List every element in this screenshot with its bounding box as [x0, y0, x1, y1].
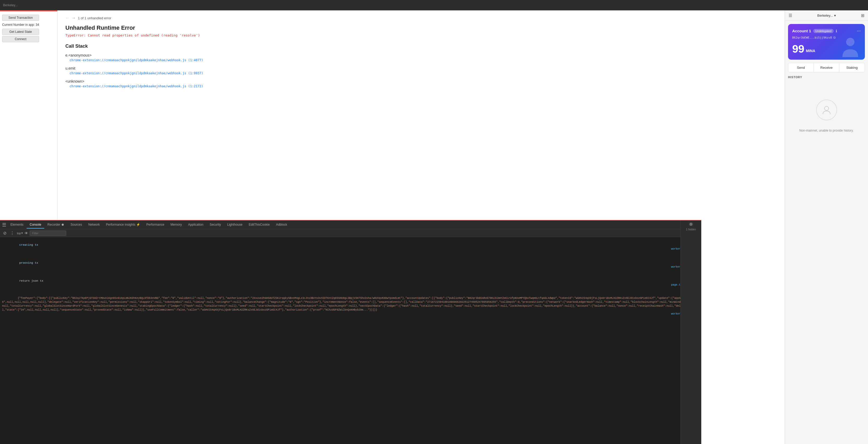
wallet-network-label: Berkeley...: [817, 13, 833, 18]
browser-title: Berkeley...: [3, 3, 18, 7]
stack-frame-0: e.<anonymous> chrome-extension://cnmamaa…: [65, 53, 777, 62]
account-card: Account 1 Undelegated ℹ ··· B62qr3bEWE..…: [788, 24, 865, 60]
history-empty-text: Non-mainnet, unable to provide history.: [788, 123, 865, 138]
error-badge-count: 1: [689, 223, 693, 226]
account-badge: Undelegated: [813, 29, 834, 33]
error-count-text: 1 of 1 unhandled error: [78, 16, 111, 20]
devtools-tabs: ☰ Elements Console Recorder ⏺ Sources Ne…: [0, 220, 701, 229]
tab-recorder[interactable]: Recorder ⏺: [44, 221, 67, 229]
wallet-network-selector[interactable]: Berkeley... ▾: [817, 13, 836, 18]
top-context-label: top: [17, 232, 21, 235]
console-eye-button[interactable]: 👁: [25, 231, 28, 235]
tab-performance-insights[interactable]: Performance insights ⚡: [103, 221, 143, 229]
hidden-count-label: 1 hidden: [686, 228, 696, 231]
account-key-text: B62qr3bEWE...biSjj9Azv8: [792, 36, 832, 39]
devtools-toggle-button[interactable]: ☰: [1, 221, 7, 229]
top-context-selector[interactable]: top ▾: [17, 231, 23, 235]
console-line-text-3: {"feePayer":{"body":[{"publicKey":"B62qi…: [2, 297, 698, 312]
error-prev-button[interactable]: ←: [65, 16, 69, 20]
get-latest-state-button[interactable]: Get Latest State: [2, 29, 39, 35]
stack-frame-location-1[interactable]: chrome-extension://cnmamaachppnkjgnildpd…: [65, 71, 777, 75]
left-buttons: Send Transaction Current Number in app: …: [0, 12, 41, 44]
wallet-network-chevron: ▾: [834, 13, 836, 18]
svg-point-0: [846, 38, 855, 46]
wallet-more-button[interactable]: ⊞: [861, 13, 864, 18]
console-line-3: {"feePayer":{"body":[{"publicKey":"B62qi…: [2, 292, 699, 320]
browser-top-bar: Berkeley...: [0, 0, 868, 10]
account-card-header: Account 1 Undelegated ℹ ···: [792, 28, 861, 34]
stack-frame-location-2[interactable]: chrome-extension://cnmamaachppnkjgnildpd…: [65, 84, 777, 88]
tab-editthiscookie[interactable]: EditThisCookie: [246, 221, 273, 229]
stack-frame-name-2: <unknown>: [65, 79, 777, 83]
main-container: Send Transaction Current Number in app: …: [0, 10, 868, 444]
stack-frame-name-0: e.<anonymous>: [65, 53, 777, 57]
console-line-text-2: return json tx: [19, 279, 43, 283]
console-clear-button[interactable]: ⊘: [2, 230, 7, 237]
account-balance: 99: [792, 43, 804, 55]
hamburger-icon[interactable]: ☰: [788, 13, 792, 18]
wallet-header: ☰ Berkeley... ▾ ⊞: [785, 10, 868, 21]
wallet-action-buttons: Send Receive Staking: [788, 63, 865, 72]
tab-lighthouse[interactable]: Lighthouse: [224, 221, 246, 229]
tab-security[interactable]: Security: [207, 221, 224, 229]
account-menu-button[interactable]: ···: [857, 28, 861, 34]
tab-memory[interactable]: Memory: [167, 221, 185, 229]
wallet-header-left: ☰: [788, 13, 792, 18]
console-filter-input[interactable]: [30, 231, 66, 236]
console-line-1: prooving tx worker.ts:7d6f9:71: [2, 256, 699, 274]
history-empty-icon: [816, 99, 837, 120]
svg-point-1: [825, 106, 829, 111]
devtools-secondary-bar: ⊘ ⋮ top ▾ 👁: [0, 229, 701, 237]
account-info-icon[interactable]: ℹ: [836, 29, 837, 33]
console-line-0: creating tx worker.ts:7d6f9:71: [2, 238, 699, 256]
error-title: Unhandled Runtime Error: [65, 25, 777, 31]
top-context-arrow: ▾: [21, 231, 23, 235]
stack-frame-2: <unknown> chrome-extension://cnmamaachpp…: [65, 79, 777, 88]
account-name: Account 1: [792, 29, 811, 33]
send-transaction-button[interactable]: Send Transaction: [2, 14, 39, 21]
current-number-label: Current Number in app: 34: [2, 22, 39, 28]
stack-frame-1: u.emit chrome-extension://cnmamaachppnkj…: [65, 66, 777, 75]
staking-button[interactable]: Staking: [839, 63, 865, 72]
call-stack-title: Call Stack: [65, 43, 777, 49]
error-message: TypeError: Cannot read properties of und…: [65, 33, 777, 37]
tab-console[interactable]: Console: [27, 221, 44, 229]
error-next-button[interactable]: →: [72, 16, 76, 20]
stack-frame-name-1: u.emit: [65, 66, 777, 70]
send-button[interactable]: Send: [788, 63, 814, 72]
console-line-text-0: creating tx: [19, 243, 38, 246]
devtools-console[interactable]: creating tx worker.ts:7d6f9:71 prooving …: [0, 237, 701, 444]
tab-sources[interactable]: Sources: [67, 221, 85, 229]
console-settings-button[interactable]: ⋮: [9, 230, 16, 237]
stack-frame-location-0[interactable]: chrome-extension://cnmamaachppnkjgnildpd…: [65, 58, 777, 62]
tab-performance[interactable]: Performance: [143, 221, 167, 229]
account-currency: MINA: [806, 49, 815, 53]
connect-button[interactable]: Connect: [2, 36, 39, 42]
tab-adblock[interactable]: Adblock: [273, 221, 290, 229]
history-title: HISTORY: [788, 76, 865, 79]
wallet-panel: ☰ Berkeley... ▾ ⊞ Account 1 Undelegated …: [785, 10, 868, 444]
tab-elements[interactable]: Elements: [7, 221, 27, 229]
receive-button[interactable]: Receive: [814, 63, 839, 72]
history-section: HISTORY Non-mainnet, unable to provide h…: [785, 76, 868, 138]
console-line-text-1: prooving tx: [19, 261, 38, 264]
copy-key-icon[interactable]: ⧉: [833, 36, 836, 39]
console-line-2: return json tx page.tsx:70bd6:109: [2, 274, 699, 292]
wallet-header-right: ⊞: [861, 13, 864, 18]
devtools-panel: ☰ Elements Console Recorder ⏺ Sources Ne…: [0, 220, 701, 444]
tab-network[interactable]: Network: [85, 221, 103, 229]
tab-application[interactable]: Application: [185, 221, 207, 229]
account-figure-icon: [840, 36, 861, 60]
error-nav: ← → 1 of 1 unhandled error: [65, 16, 777, 20]
devtools-right-col: 1 1 hidden: [680, 220, 701, 444]
page-area: Send Transaction Current Number in app: …: [0, 10, 785, 444]
history-empty-area: Non-mainnet, unable to provide history.: [788, 94, 865, 138]
